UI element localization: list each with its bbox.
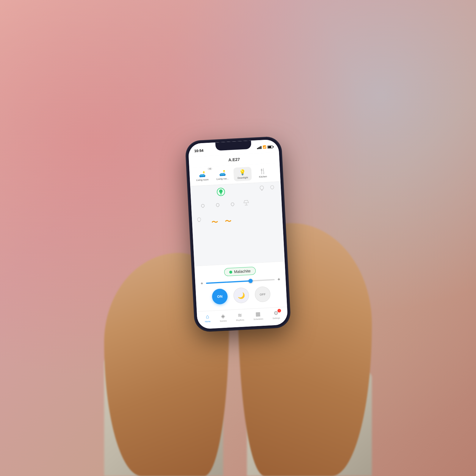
status-time: 10:54	[194, 148, 203, 153]
rhythms-label: Rhythms	[236, 319, 244, 321]
nav-scenes[interactable]: ◈ Scenes	[219, 313, 227, 322]
sleep-button[interactable]: 🌙	[233, 287, 249, 304]
light-item-inactive-1[interactable]	[257, 184, 266, 192]
light-item-inactive-2[interactable]	[268, 183, 276, 192]
scenes-icon: ◈	[221, 313, 225, 320]
light-item-lamp[interactable]	[243, 200, 249, 207]
wifi-icon: 📶	[263, 145, 267, 149]
nav-schedules[interactable]: ▦ Schedules	[253, 311, 263, 320]
wave-1[interactable]: 〜	[211, 218, 218, 227]
row2-bulb-1	[198, 202, 207, 211]
kitchen-label: Kitchen	[259, 175, 267, 178]
scenes-label: Scenes	[220, 320, 227, 322]
tab-kitchen[interactable]: 🍴 Kitchen	[253, 166, 272, 180]
nav-rhythms[interactable]: ≋ Rhythms	[236, 312, 244, 321]
on-button-label: ON	[217, 294, 223, 299]
battery-fill	[268, 146, 271, 148]
phone-screen: 10:54 📶 A.E27	[188, 139, 288, 329]
light-item-row2-3[interactable]	[228, 200, 237, 209]
app-title: A.E27	[228, 157, 240, 162]
action-buttons: ON 🌙 OFF	[201, 286, 282, 305]
slider-thumb[interactable]	[248, 278, 253, 283]
tab-living-room-2[interactable]: 🛋️ Living roo...	[213, 168, 231, 182]
bottom-panel: Malachite ✦ ✦ ON 🌙	[194, 261, 287, 311]
battery-icon	[267, 145, 273, 148]
brightness-slider[interactable]	[206, 279, 275, 284]
schedules-label: Schedules	[253, 318, 263, 320]
notch	[215, 140, 251, 151]
active-bulb-icon	[217, 187, 225, 196]
wave-icon-1: 〜	[211, 218, 218, 227]
light-item-row2-2[interactable]	[213, 201, 222, 210]
brightness-high-icon: ✦	[277, 276, 281, 282]
nav-home[interactable]: ⌂ Home	[204, 313, 210, 323]
light-item-active[interactable]	[217, 187, 225, 196]
light-item-row3-1[interactable]	[196, 217, 202, 224]
schedules-icon: ▦	[256, 311, 261, 318]
status-icons: 📶	[257, 145, 273, 149]
light-grid: 〜 〜	[190, 181, 285, 266]
brightness-low-icon: ✦	[200, 281, 204, 286]
wave-icon-2: 〜	[225, 217, 232, 226]
settings-badge: !	[278, 309, 281, 313]
downlight-label: Downlight	[237, 176, 248, 179]
tab-downlight[interactable]: 💡 Downlight	[233, 167, 252, 181]
phone-wrapper: 10:54 📶 A.E27	[185, 137, 290, 332]
living-room-2-label: Living roo...	[216, 177, 229, 181]
nav-settings[interactable]: ⚙ Settings !	[272, 310, 280, 319]
phone-body: 10:54 📶 A.E27	[185, 137, 290, 332]
signal-icon	[257, 146, 262, 149]
living-room-2-icon: 🛋️	[219, 170, 226, 177]
inactive-bulb-1-icon	[257, 184, 266, 192]
off-button[interactable]: OFF	[254, 286, 271, 303]
row2-bulb-2	[213, 201, 222, 210]
brightness-row: ✦ ✦	[200, 276, 281, 286]
downlight-icon: 💡	[239, 169, 246, 176]
off-button-label: OFF	[259, 292, 266, 296]
sleep-icon: 🌙	[237, 292, 245, 299]
row2-bulb-3	[228, 200, 237, 209]
light-item-row2-1[interactable]	[198, 202, 207, 211]
scene-selector[interactable]: Malachite	[199, 265, 281, 278]
settings-label: Settings	[273, 317, 280, 319]
living-room-1-icon: 🛋️	[199, 171, 206, 178]
home-icon: ⌂	[206, 314, 209, 320]
home-label: Home	[205, 320, 211, 322]
on-button[interactable]: ON	[212, 288, 228, 305]
svg-line-7	[245, 205, 248, 205]
scene-dot	[229, 270, 233, 274]
rhythms-icon: ≋	[237, 312, 242, 319]
wave-2[interactable]: 〜	[225, 217, 232, 226]
kitchen-icon: 🍴	[259, 168, 266, 175]
count-badge: +6	[207, 167, 212, 170]
tab-living-room-1[interactable]: 🛋️ Living room +6	[193, 169, 211, 184]
inactive-bulb-2-icon	[268, 183, 276, 192]
scene-pill[interactable]: Malachite	[224, 267, 256, 276]
scene-name: Malachite	[234, 269, 250, 274]
living-room-1-label: Living room	[196, 178, 209, 181]
